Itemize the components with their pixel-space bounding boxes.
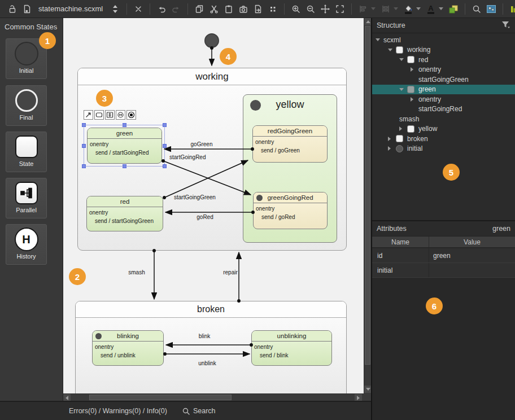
attribute-row-id[interactable]: id green [372,248,515,263]
tree-item-startGoingGreen[interactable]: startGoingGreen [372,75,515,85]
zoom-out-icon[interactable] [304,2,317,16]
callout-badge-4: 4 [220,48,237,65]
transition-label-smash[interactable]: smash [122,269,151,275]
distribute-dropdown-icon[interactable] [394,7,398,10]
statechart-canvas[interactable]: working broken yellow redGoingGreen onen… [63,18,364,393]
transition-label-repair[interactable]: repair [219,269,242,275]
state-broken-title[interactable]: broken [76,301,346,318]
document-title: statemachine.scxml [38,5,103,13]
font-color-icon[interactable]: A [424,2,438,16]
state-redGoingGreen[interactable]: redGoingGreen onentry send / goGreen [252,125,328,163]
transition-label-unblink[interactable]: unblink [190,360,224,366]
tree-item-onentry[interactable]: onentry [372,94,515,104]
tree-item-working[interactable]: working [372,45,515,55]
vertical-scrollbar[interactable] [364,18,371,393]
palette-final-button[interactable]: Final [6,85,47,126]
state-working-title[interactable]: working [78,68,346,85]
state-greenGoingRed[interactable]: greenGoingRed onentry send / goRed [253,192,328,229]
chevron-down-icon[interactable] [399,58,407,61]
align-dropdown-icon[interactable] [371,7,376,10]
export-icon[interactable] [251,2,265,16]
tree-item-yellow[interactable]: yellow [372,124,515,134]
font-color-dropdown-icon[interactable] [439,7,443,10]
column-name[interactable]: Name [372,237,429,247]
initial-state-icon [396,145,403,152]
cut-icon[interactable] [207,2,221,16]
state-blinking[interactable]: blinking onentry send / unblink [92,330,164,366]
state-red[interactable]: red onentry send / startGoingGreen [86,196,163,231]
tree-item-red[interactable]: red [372,55,515,65]
create-history-icon[interactable] [116,110,125,120]
create-transition-icon[interactable] [84,110,93,120]
state-unblinking[interactable]: unblinking onentry send / blink [251,330,332,366]
onentry-label: onentry [254,203,327,212]
navigator-icon[interactable] [485,2,498,16]
palette-state-button[interactable]: State [6,132,47,172]
quick-create-toolbar [84,110,136,120]
fill-color-icon[interactable] [401,2,415,16]
callout-badge-3: 3 [96,90,113,107]
align-icon[interactable] [356,2,370,16]
zoom-in-icon[interactable] [289,2,303,16]
tree-item-startGoingRed[interactable]: startGoingRed [372,104,515,115]
transition-label-startGoingRed[interactable]: startGoingRed [169,154,206,160]
initial-pseudostate-node[interactable] [204,33,219,48]
screenshot-icon[interactable] [237,2,250,16]
transition-label-blink[interactable]: blink [187,333,221,339]
tree-item-initial[interactable]: initial [372,144,515,154]
close-icon[interactable] [132,2,145,16]
filter-icon[interactable] [501,21,510,30]
chevron-right-icon[interactable] [388,146,396,151]
onentry-label: onentry [252,342,331,350]
fit-to-view-icon[interactable] [333,2,347,16]
state-blinking-title[interactable]: blinking [93,331,163,342]
tree-item-broken[interactable]: broken [372,134,515,144]
undo-icon[interactable] [155,2,168,16]
attribute-row-initial[interactable]: initial [372,263,515,278]
redo-icon[interactable] [169,2,183,16]
pan-icon[interactable] [318,2,332,16]
palette-parallel-button[interactable]: Parallel [6,178,47,218]
state-unblinking-title[interactable]: unblinking [252,331,331,342]
palette-history-button[interactable]: H History [6,224,47,265]
distribute-icon[interactable] [379,2,392,16]
zoom-selection-icon[interactable] [266,2,280,16]
fill-color-dropdown-icon[interactable] [416,7,421,10]
document-selector-spinner[interactable] [108,2,122,16]
chevron-right-icon[interactable] [411,97,418,102]
chevron-right-icon[interactable] [399,126,407,131]
chevron-down-icon[interactable] [388,49,396,51]
copy-icon[interactable] [193,2,206,16]
state-greenGoingRed-title[interactable]: greenGoingRed [254,193,327,203]
transition-label-startGoingGreen[interactable]: startGoingGreen [174,194,216,200]
issues-counter[interactable]: Errors(0) / Warnings(0) / Info(0) [69,407,167,415]
column-value[interactable]: Value [429,237,515,247]
create-parallel-icon[interactable] [105,110,115,120]
tree-item-onentry[interactable]: onentry [372,65,515,75]
state-redGoingGreen-title[interactable]: redGoingGreen [253,126,327,137]
color-theme-icon[interactable] [447,2,460,16]
state-green-title[interactable]: green [88,128,162,139]
chevron-down-icon[interactable] [399,88,407,91]
horizontal-scrollbar[interactable] [63,393,364,401]
chevron-right-icon[interactable] [388,137,396,141]
search-icon[interactable] [470,2,483,16]
chevron-down-icon[interactable] [376,38,383,41]
transition-label-goRed[interactable]: goRed [185,214,225,220]
transition-label-goGreen[interactable]: goGreen [179,141,224,147]
callout-badge-5: 5 [443,164,460,181]
tree-item-smash[interactable]: smash [372,114,515,124]
paste-icon[interactable] [222,2,235,16]
state-red-title[interactable]: red [87,196,163,207]
chevron-right-icon[interactable] [411,67,418,72]
unlock-icon[interactable] [6,2,19,16]
state-icon [396,46,403,54]
statistics-icon[interactable] [508,2,515,16]
state-icon [407,125,414,133]
create-state-icon[interactable] [94,110,104,120]
state-green[interactable]: green onentry send / startGoingRed [87,128,162,164]
statusbar-search[interactable]: Search [182,407,216,415]
create-final-icon[interactable] [126,110,136,120]
tree-item-scxml[interactable]: scxml [372,35,515,45]
tree-item-green-selected[interactable]: green [372,85,515,95]
